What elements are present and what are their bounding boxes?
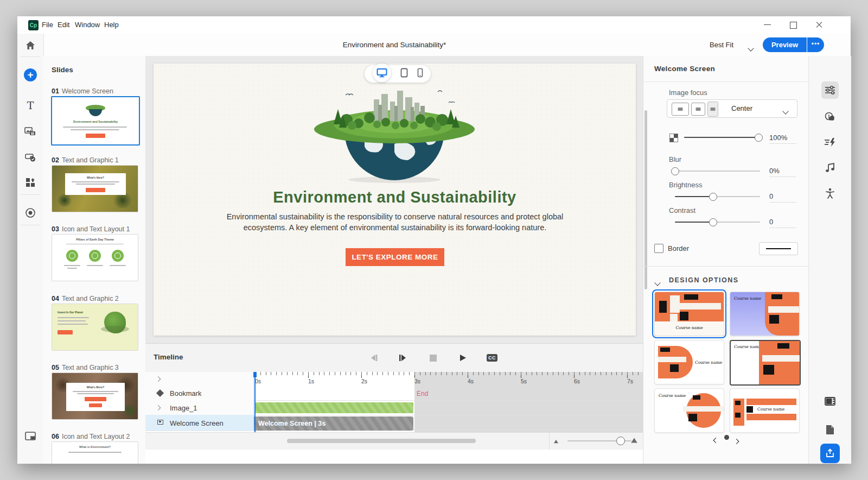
audio-tab-icon[interactable] (821, 159, 839, 176)
stop-button[interactable] (426, 351, 439, 364)
slide-label-05[interactable]: 05Text and Graphic 3 (52, 364, 119, 371)
playhead-handle[interactable] (253, 372, 257, 377)
opacity-slider-handle[interactable] (755, 134, 763, 142)
blur-slider-handle[interactable] (671, 167, 679, 175)
expand-chevron-icon[interactable] (156, 376, 161, 382)
preview-button[interactable]: Preview (763, 37, 807, 52)
phone-device-button[interactable] (417, 68, 423, 80)
share-button[interactable] (820, 444, 840, 463)
focus-value[interactable]: Center (731, 100, 752, 117)
media-tool-icon[interactable] (24, 125, 37, 138)
explore-more-button[interactable]: LET'S EXPLORE MORE (346, 248, 444, 266)
accessibility-tab-icon[interactable] (821, 185, 839, 202)
brightness-slider-handle[interactable] (709, 193, 717, 201)
animations-tab-icon[interactable] (821, 134, 839, 151)
interactivity-tab-icon[interactable] (821, 109, 839, 126)
widgets-tool-icon[interactable] (24, 176, 37, 189)
slide-canvas[interactable]: Environment and Sustainability Environme… (154, 64, 636, 336)
titlebar: Cp File Edit Window Help (17, 16, 851, 34)
design-options-chevron-icon[interactable] (655, 277, 660, 287)
slide-label-03[interactable]: 03Icon and Text Layout 1 (52, 225, 130, 233)
opacity-value[interactable]: 100% (769, 134, 796, 144)
contrast-slider-handle[interactable] (709, 218, 717, 226)
timeline-zoom-handle[interactable] (616, 437, 625, 445)
design-options-header[interactable]: DESIGN OPTIONS (669, 276, 739, 284)
design-thumbnail-3[interactable]: Course name (654, 340, 724, 384)
slide-thumbnail-06[interactable]: What is Environment? (52, 441, 138, 464)
slide-label-01[interactable]: 01Welcome Screen (52, 87, 113, 95)
design-page-dot[interactable] (724, 435, 729, 440)
slide-heading[interactable]: Environment and Sustainability (154, 188, 636, 206)
minimize-button[interactable] (757, 16, 778, 34)
step-back-button[interactable] (367, 351, 380, 364)
interactions-tool-icon[interactable] (24, 151, 37, 164)
timeline-ruler[interactable]: 0s 1s 2s 3s 4s 5s 6s 7s (253, 372, 643, 386)
tablet-device-button[interactable] (400, 68, 408, 80)
properties-tab-icon[interactable] (821, 81, 839, 99)
focus-tablet-button[interactable] (691, 103, 705, 116)
record-tool-icon[interactable] (24, 206, 37, 219)
image1-track-row[interactable]: Image_1 (145, 400, 254, 415)
slide-thumbnail-03[interactable]: Pillars of Earth Day Theme (52, 234, 138, 281)
design-prev-page-icon[interactable] (712, 436, 722, 446)
design-thumbnail-5[interactable]: Course name (654, 388, 724, 433)
image1-timeline-bar[interactable] (255, 402, 413, 413)
border-checkbox[interactable] (654, 244, 663, 253)
menu-file[interactable]: File (41, 16, 54, 34)
slide-thumbnail-05[interactable]: What's More? (52, 372, 138, 420)
border-style-button[interactable] (759, 242, 798, 255)
captivate-logo-icon: Cp (28, 20, 39, 30)
maximize-button[interactable] (782, 16, 804, 34)
slide-thumbnail-02[interactable]: What's Here? (52, 165, 138, 212)
zoom-mode-dropdown[interactable]: Best Fit (710, 34, 733, 56)
playhead[interactable] (254, 372, 256, 432)
thumb03-title: Pillars of Earth Day Theme (52, 238, 138, 241)
timeline-horizontal-scrollbar[interactable] (287, 439, 476, 443)
play-button[interactable] (456, 351, 469, 364)
zoom-mode-chevron-icon[interactable] (749, 43, 753, 53)
menu-window[interactable]: Window (74, 16, 101, 34)
close-button[interactable] (808, 16, 830, 34)
bookmark-track-row[interactable]: Bookmark (145, 386, 254, 401)
track-header-row[interactable] (145, 372, 254, 387)
brightness-value[interactable]: 0 (769, 192, 796, 203)
play-from-playhead-button[interactable] (397, 351, 410, 364)
slide-thumbnail-04[interactable]: Invest In Our Planet (52, 304, 138, 351)
slide-label-06[interactable]: 06Icon and Text Layout 2 (52, 433, 130, 440)
panel-scrollbar[interactable] (644, 110, 647, 289)
slide-body-text[interactable]: Environmental sustainability is the resp… (205, 211, 585, 233)
screen-settings-icon[interactable] (821, 393, 839, 410)
focus-desktop-button[interactable] (672, 103, 689, 116)
tick-4s: 4s (468, 378, 474, 384)
menu-edit[interactable]: Edit (56, 16, 71, 34)
end-marker-label[interactable]: End (417, 390, 428, 397)
design-next-page-icon[interactable] (731, 436, 741, 446)
slide-thumbnail-01[interactable]: Environment and Sustainability (51, 96, 140, 146)
design-thumbnail-6[interactable]: Course name (730, 388, 800, 433)
design-thumbnail-4[interactable]: Course name (730, 340, 801, 386)
slide-label-04[interactable]: 04Text and Graphic 2 (52, 295, 119, 302)
expand-chevron-icon[interactable] (156, 405, 161, 410)
focus-phone-button[interactable] (707, 102, 718, 117)
focus-dropdown-chevron-icon[interactable] (783, 106, 788, 116)
menu-help[interactable]: Help (103, 16, 120, 34)
notes-doc-icon[interactable] (821, 421, 839, 438)
closed-captions-button[interactable]: CC (486, 351, 499, 364)
contrast-value[interactable]: 0 (769, 218, 796, 228)
welcome-screen-timeline-bar[interactable]: Welcome Screen | 3s (254, 416, 413, 431)
preview-more-button[interactable]: ••• (807, 37, 824, 52)
blur-value[interactable]: 0% (769, 167, 796, 177)
blur-slider-track[interactable] (675, 170, 760, 172)
timeline-zoom-out-icon[interactable] (553, 439, 559, 444)
design-thumbnail-1[interactable]: Course name (654, 292, 724, 336)
timeline-zoom-in-icon[interactable] (631, 438, 637, 443)
welcome-screen-track-row[interactable]: Welcome Screen (145, 415, 254, 431)
slide-label-02[interactable]: 02Text and Graphic 1 (52, 156, 119, 164)
text-tool-icon[interactable]: T (24, 99, 37, 112)
notes-panel-icon[interactable] (24, 430, 37, 443)
earth-illustration[interactable] (313, 79, 476, 187)
home-icon[interactable] (24, 39, 37, 52)
properties-panel: Welcome Screen Image focus Center 100% B… (643, 56, 809, 464)
design-thumbnail-2[interactable]: Course name (730, 292, 800, 336)
add-slide-button[interactable]: + (24, 68, 37, 81)
